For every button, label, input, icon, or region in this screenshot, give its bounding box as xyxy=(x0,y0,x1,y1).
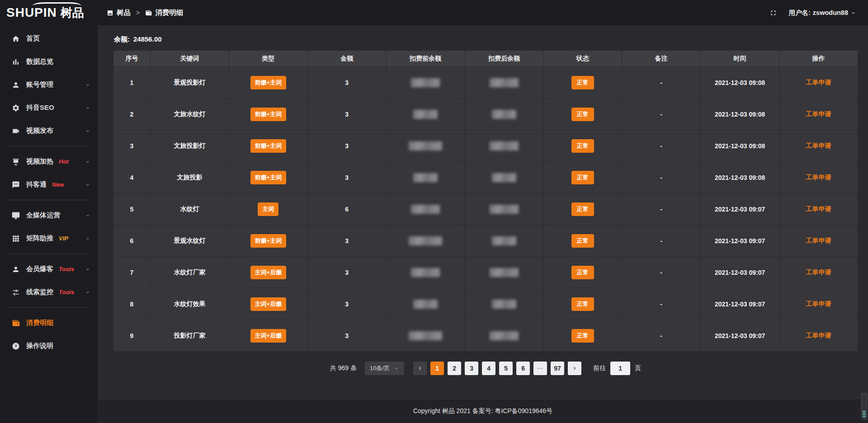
ticket-apply-link[interactable]: 工单申请 xyxy=(806,268,831,276)
censored-balance-before xyxy=(413,110,438,119)
sidebar-divider xyxy=(8,146,90,146)
pagination-goto: 前往 页 xyxy=(593,362,641,375)
ticket-apply-link[interactable]: 工单申请 xyxy=(806,142,831,149)
cell-keyword: 景观水纹灯 xyxy=(151,225,229,257)
member-icon xyxy=(12,265,20,273)
cell-status: 正常 xyxy=(543,320,622,352)
breadcrumb-item-current[interactable]: 消费明细 xyxy=(145,8,183,18)
sidebar-item-label: 操作说明 xyxy=(26,342,53,350)
sidebar-item-home[interactable]: 首页 xyxy=(0,27,98,50)
sidebar-item-label: 首页 xyxy=(26,34,40,43)
cell-status: 正常 xyxy=(543,162,622,193)
censored-balance-after xyxy=(492,110,516,119)
pagination-next-button[interactable] xyxy=(568,362,581,375)
sidebar-item-gear[interactable]: 抖音SEO xyxy=(0,96,98,119)
chevron-down-icon xyxy=(85,159,90,164)
breadcrumb-item-brand[interactable]: 树品 xyxy=(107,8,131,18)
table-row: 9投影灯厂家主词+后缀3正常-2021-12-03 09:07工单申请 xyxy=(113,320,858,352)
column-header: 状态 xyxy=(543,51,622,67)
cell-no: 8 xyxy=(113,288,151,320)
page-size-select[interactable]: 10条/页 xyxy=(365,362,404,375)
ticket-apply-link[interactable]: 工单申请 xyxy=(806,205,831,212)
cell-type: 主词+后缀 xyxy=(229,257,307,288)
sidebar-item-question[interactable]: ?操作说明 xyxy=(0,334,98,357)
floating-widget[interactable] xyxy=(861,393,867,419)
user-dropdown[interactable]: 用户名: zswodun88 xyxy=(789,9,857,17)
sidebar-item-heat[interactable]: 视频加热Hot xyxy=(0,150,98,173)
pagination-page-3[interactable]: 3 xyxy=(465,362,478,375)
censored-balance-after xyxy=(490,78,519,87)
sidebar-divider xyxy=(8,200,90,200)
fullscreen-icon[interactable] xyxy=(769,9,777,17)
sidebar-item-video[interactable]: 视频发布 xyxy=(0,119,98,142)
consumption-table: 序号关键词类型金额扣费前余额扣费后余额状态备注时间操作 1景观投影灯前缀+主词3… xyxy=(113,50,858,352)
cell-status: 正常 xyxy=(543,99,622,130)
cell-keyword: 投影灯厂家 xyxy=(151,320,229,352)
sidebar-item-user[interactable]: 账号管理 xyxy=(0,73,98,96)
sidebar-item-label: 线索监控 xyxy=(26,288,53,296)
sidebar-item-monitor[interactable]: 全媒体运营 xyxy=(0,204,98,227)
ticket-apply-link[interactable]: 工单申请 xyxy=(806,110,831,118)
brand-logo[interactable]: SHUPIN 树品 xyxy=(0,0,98,25)
cell-no: 6 xyxy=(113,225,151,257)
sidebar-item-wallet[interactable]: 消费明细 xyxy=(0,311,98,334)
sidebar-item-label: 消费明细 xyxy=(26,319,53,327)
column-header: 类型 xyxy=(229,51,307,67)
goto-page-input[interactable] xyxy=(610,362,630,375)
sidebar-item-chart[interactable]: 数据总览 xyxy=(0,50,98,73)
pagination-prev-button[interactable] xyxy=(413,362,427,375)
cell-amount: 3 xyxy=(307,130,386,162)
cell-remark: - xyxy=(622,162,701,193)
table-row: 6景观水纹灯前缀+主词3正常-2021-12-03 09:07工单申请 xyxy=(113,225,858,257)
cell-balance-after xyxy=(465,130,543,162)
username-value: zswodun88 xyxy=(813,9,848,16)
censored-balance-after xyxy=(490,331,519,340)
sidebar-item-label: 账号管理 xyxy=(26,80,53,89)
chevron-down-icon xyxy=(85,213,90,218)
censored-balance-before xyxy=(409,331,442,340)
status-badge: 正常 xyxy=(571,234,594,248)
table-row: 3文旅投影灯前缀+主词3正常-2021-12-03 09:08工单申请 xyxy=(113,130,858,162)
sidebar-item-sliders[interactable]: 线索监控Tools xyxy=(0,281,98,304)
window-icon xyxy=(107,9,113,16)
menu-badge: Tools xyxy=(59,289,74,296)
cell-keyword: 文旅水纹灯 xyxy=(151,99,229,130)
cell-type: 前缀+主词 xyxy=(229,225,307,257)
censored-balance-before xyxy=(411,268,440,277)
ticket-apply-link[interactable]: 工单申请 xyxy=(806,79,831,86)
status-badge: 正常 xyxy=(571,139,594,153)
ticket-apply-link[interactable]: 工单申请 xyxy=(806,174,831,181)
sidebar-item-member[interactable]: 会员爆客Tools xyxy=(0,258,98,281)
ticket-apply-link[interactable]: 工单申请 xyxy=(806,300,831,307)
cell-balance-before xyxy=(386,193,465,225)
ticket-apply-link[interactable]: 工单申请 xyxy=(806,237,831,244)
pagination-page-6[interactable]: 6 xyxy=(516,362,530,375)
sidebar-item-grid[interactable]: 矩阵助推VIP xyxy=(0,227,98,250)
ticket-apply-link[interactable]: 工单申请 xyxy=(806,332,831,339)
pagination-page-97[interactable]: 97 xyxy=(551,362,564,375)
menu-badge: New xyxy=(52,181,64,188)
cell-no: 9 xyxy=(113,320,151,352)
cell-no: 4 xyxy=(113,162,151,193)
cell-time: 2021-12-03 09:08 xyxy=(701,67,779,99)
pagination-page-4[interactable]: 4 xyxy=(482,362,495,375)
cell-balance-after xyxy=(465,193,543,225)
chart-icon xyxy=(12,58,20,66)
gear-icon xyxy=(12,104,20,112)
cell-balance-before xyxy=(386,67,465,99)
column-header: 时间 xyxy=(701,51,779,67)
menu-badge: Hot xyxy=(59,158,69,165)
censored-balance-after xyxy=(490,205,519,214)
pagination-page-1[interactable]: 1 xyxy=(430,362,444,375)
cell-keyword: 水纹灯 xyxy=(151,193,229,225)
cell-no: 2 xyxy=(113,99,151,130)
censored-balance-after xyxy=(490,141,519,150)
pagination-page-5[interactable]: 5 xyxy=(499,362,513,375)
sidebar-item-chat[interactable]: 抖客通New xyxy=(0,173,98,196)
cell-action: 工单申请 xyxy=(779,99,858,130)
pagination-page-2[interactable]: 2 xyxy=(448,362,461,375)
cell-remark: - xyxy=(622,99,701,130)
pagination-ellipsis[interactable]: ··· xyxy=(533,362,547,375)
type-badge: 主词+后缀 xyxy=(250,329,287,343)
chevron-down-icon xyxy=(85,105,90,111)
